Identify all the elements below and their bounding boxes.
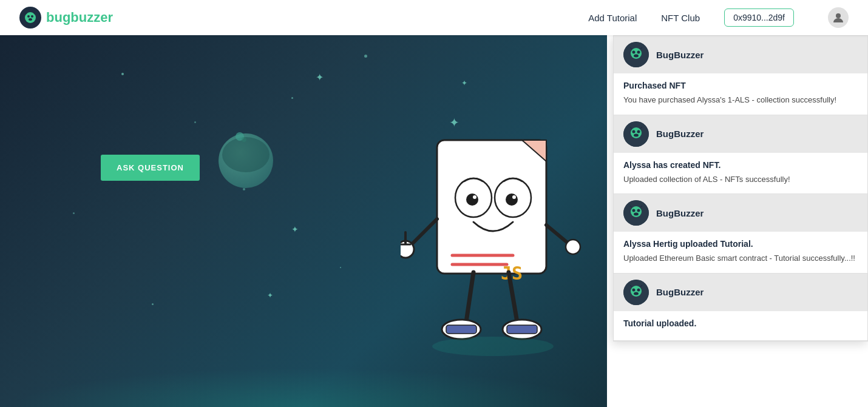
logo-text: bugbuzzer [46,10,113,25]
notif-sender-1: BugBuzzer [656,129,704,139]
notif-sender-3: BugBuzzer [656,287,704,297]
logo-icon [19,7,41,29]
notif-desc-0: You have purchased Alyssa's 1-ALS - coll… [623,94,858,106]
notif-header-0: BugBuzzer [614,36,867,73]
svg-point-3 [29,18,32,21]
svg-point-17 [512,195,516,199]
svg-point-41 [637,130,640,133]
notif-title-3: Tutorial uploaded. [623,318,858,328]
svg-point-19 [401,241,414,258]
notif-body-2: Alyssa Hertig uploaded Tutorial. Uploade… [614,232,867,273]
navbar: bugbuzzer Add Tutorial NFT Club 0x9910..… [0,0,868,35]
ask-question-button[interactable]: ASK QUESTION [101,155,200,181]
logo-area: bugbuzzer [19,7,588,29]
notif-header-2: BugBuzzer [614,194,867,232]
notif-sender-2: BugBuzzer [656,208,704,218]
svg-point-1 [27,15,30,18]
svg-point-14 [466,193,478,206]
notif-title-1: Alyssa has created NFT. [623,160,858,170]
hero-background: ✦ ✦ ✦ ✦ ✦ ASK QUESTION JS [0,0,607,407]
svg-rect-29 [507,325,537,334]
notif-avatar-0 [623,42,649,67]
notification-item: BugBuzzer Alyssa Hertig uploaded Tutoria… [614,194,867,274]
svg-point-23 [566,240,580,254]
svg-point-16 [473,195,476,199]
notif-title-0: Purchased NFT [623,81,858,90]
svg-rect-7 [437,140,546,274]
notification-item: BugBuzzer Tutorial uploaded. [614,274,867,341]
svg-point-2 [31,15,33,18]
notif-body-1: Alyssa has created NFT. Uploaded collect… [614,153,867,194]
wallet-button[interactable]: 0x9910...2d9f [724,8,794,27]
svg-line-24 [466,272,473,322]
svg-point-48 [637,209,640,212]
svg-point-47 [632,209,636,212]
notif-header-3: BugBuzzer [614,274,867,311]
add-tutorial-link[interactable]: Add Tutorial [588,13,637,23]
notification-item: BugBuzzer Purchased NFT You have purchas… [614,36,867,115]
svg-point-56 [634,292,639,295]
svg-point-42 [634,133,639,136]
svg-point-49 [634,213,639,216]
notif-sender-0: BugBuzzer [656,50,704,60]
notif-header-1: BugBuzzer [614,115,867,153]
nft-club-link[interactable]: NFT Club [661,13,700,23]
svg-point-6 [836,13,841,18]
svg-point-40 [632,130,636,133]
svg-point-55 [637,288,640,291]
notif-title-2: Alyssa Hertig uploaded Tutorial. [623,239,858,249]
notif-desc-2: Uploaded Ethereum Basic smart contract -… [623,252,858,264]
svg-point-30 [432,337,554,356]
mascot: JS [401,79,583,389]
svg-line-5 [34,13,35,14]
notif-avatar-2 [623,200,649,226]
svg-point-54 [632,288,636,291]
notif-avatar-1 [623,121,649,147]
svg-point-35 [634,55,639,58]
notification-item: BugBuzzer Alyssa has created NFT. Upload… [614,115,867,195]
notif-body-3: Tutorial uploaded. [614,311,867,340]
nav-links: Add Tutorial NFT Club 0x9910...2d9f [588,7,849,28]
notif-avatar-3 [623,280,649,305]
notif-body-0: Purchased NFT You have purchased Alyssa'… [614,73,867,115]
svg-point-33 [632,51,636,54]
user-avatar[interactable] [828,7,849,28]
svg-line-4 [25,13,27,14]
notif-desc-1: Uploaded collection of ALS - NFTs succes… [623,173,858,186]
svg-rect-28 [446,325,476,334]
svg-point-34 [637,51,640,54]
svg-point-15 [506,193,518,206]
notification-panel: BugBuzzer Purchased NFT You have purchas… [613,35,868,341]
